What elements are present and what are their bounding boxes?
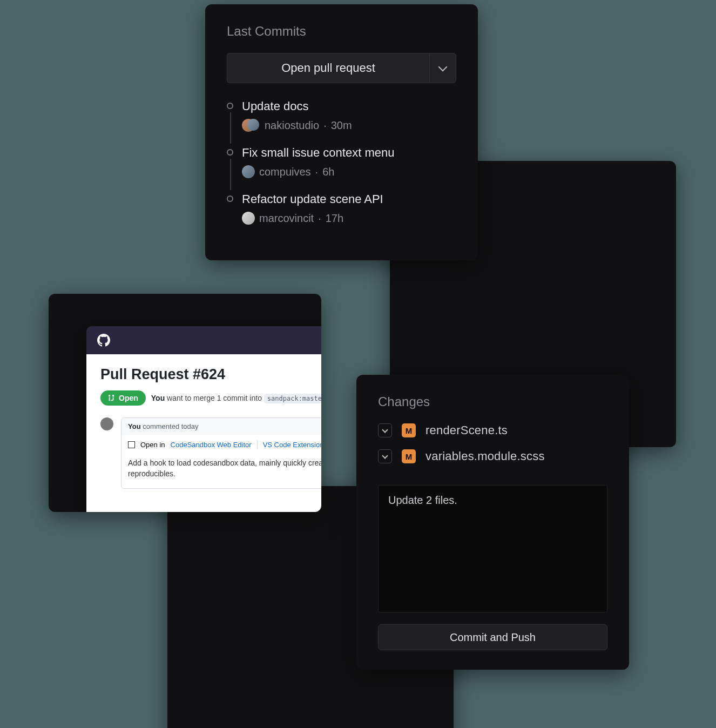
change-row[interactable]: M variables.module.scss bbox=[378, 449, 607, 463]
pr-branch: sandpack:master bbox=[264, 394, 321, 403]
commit-title: Update docs bbox=[242, 99, 456, 113]
commit-meta: marcovincit · 17h bbox=[242, 212, 456, 225]
commit-message-input[interactable] bbox=[378, 485, 607, 612]
commit-time: 6h bbox=[322, 166, 334, 178]
commit-dot-icon bbox=[227, 103, 233, 109]
open-in-web-link[interactable]: CodeSandbox Web Editor bbox=[171, 441, 252, 449]
open-in-row: Open in CodeSandbox Web Editor VS Code E… bbox=[121, 435, 321, 454]
divider bbox=[257, 440, 258, 449]
pr-merge-text: want to merge 1 commit into bbox=[165, 394, 264, 402]
open-pr-button[interactable]: Open pull request bbox=[227, 53, 429, 83]
commit-item[interactable]: Update docs nakiostudio · 30m bbox=[242, 99, 456, 132]
last-commits-title: Last Commits bbox=[227, 24, 456, 39]
commit-list: Update docs nakiostudio · 30m Fix small … bbox=[227, 99, 456, 225]
comment-body: Add a hook to load codesandbox data, mai… bbox=[121, 454, 321, 488]
commit-title: Fix small issue context menu bbox=[242, 146, 456, 160]
file-checkbox[interactable] bbox=[378, 423, 392, 437]
file-checkbox[interactable] bbox=[378, 449, 392, 463]
pull-request-panel: Pull Request #624 Open You want to merge… bbox=[49, 294, 321, 512]
commit-connector bbox=[230, 112, 231, 144]
github-window: Pull Request #624 Open You want to merge… bbox=[86, 326, 321, 512]
pr-comment: You commented today Open in CodeSandbox … bbox=[100, 417, 321, 489]
check-icon bbox=[382, 427, 388, 433]
comment-time: commented today bbox=[141, 422, 199, 430]
commit-item[interactable]: Fix small issue context menu compuives ·… bbox=[242, 146, 456, 178]
changes-title: Changes bbox=[378, 394, 607, 409]
open-pr-button-group: Open pull request bbox=[227, 53, 456, 83]
commit-author: marcovincit bbox=[259, 212, 314, 225]
check-icon bbox=[382, 453, 388, 459]
pr-status-row: Open You want to merge 1 commit into san… bbox=[100, 390, 321, 406]
comment-header: You commented today bbox=[121, 418, 321, 435]
changes-panel: Changes M renderScene.ts M variables.mod… bbox=[356, 375, 629, 670]
github-header bbox=[86, 326, 321, 354]
github-body: Pull Request #624 Open You want to merge… bbox=[86, 354, 321, 512]
avatar-icon bbox=[100, 417, 113, 430]
modified-badge: M bbox=[402, 423, 416, 437]
commit-author: nakiostudio bbox=[265, 119, 319, 132]
modified-badge: M bbox=[402, 449, 416, 463]
commit-meta: nakiostudio · 30m bbox=[242, 119, 456, 132]
commit-dot-icon bbox=[227, 149, 233, 156]
commit-title: Refactor update scene API bbox=[242, 192, 456, 206]
avatar-icon bbox=[247, 119, 259, 131]
open-in-vscode-link[interactable]: VS Code Extension bbox=[263, 441, 321, 449]
commit-author: compuives bbox=[259, 166, 311, 178]
commit-push-button[interactable]: Commit and Push bbox=[378, 624, 607, 650]
github-icon bbox=[97, 334, 110, 347]
file-name: variables.module.scss bbox=[425, 449, 545, 463]
open-pr-button-label: Open pull request bbox=[281, 61, 375, 75]
pr-status-label: Open bbox=[119, 394, 138, 402]
pr-heading: Pull Request #624 bbox=[100, 366, 321, 383]
comment-author: You bbox=[128, 422, 141, 430]
last-commits-panel: Last Commits Open pull request Update do… bbox=[205, 4, 478, 260]
checkbox-icon[interactable] bbox=[128, 441, 135, 448]
open-in-label: Open in bbox=[140, 441, 165, 449]
pr-you: You bbox=[151, 394, 165, 402]
commit-time: 17h bbox=[326, 212, 343, 225]
commit-meta: compuives · 6h bbox=[242, 165, 456, 178]
chevron-down-icon bbox=[438, 63, 448, 72]
commit-time: 30m bbox=[331, 119, 352, 132]
comment-box: You commented today Open in CodeSandbox … bbox=[121, 417, 321, 489]
pr-status-badge: Open bbox=[100, 390, 146, 406]
commit-connector bbox=[230, 159, 231, 190]
git-pr-icon bbox=[108, 394, 116, 402]
avatar-icon bbox=[242, 165, 255, 178]
change-row[interactable]: M renderScene.ts bbox=[378, 423, 607, 437]
commit-push-label: Commit and Push bbox=[450, 631, 536, 643]
open-pr-dropdown[interactable] bbox=[429, 53, 456, 83]
avatar-icon bbox=[242, 212, 255, 225]
commit-item[interactable]: Refactor update scene API marcovincit · … bbox=[242, 192, 456, 225]
file-name: renderScene.ts bbox=[425, 423, 508, 437]
commit-dot-icon bbox=[227, 196, 233, 202]
